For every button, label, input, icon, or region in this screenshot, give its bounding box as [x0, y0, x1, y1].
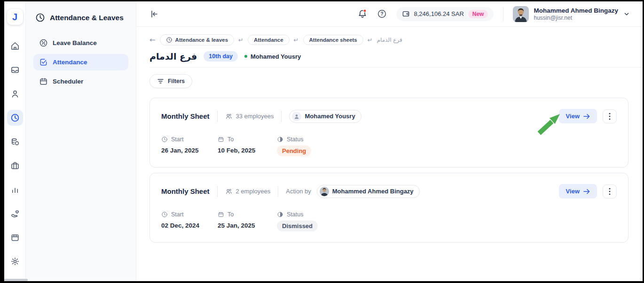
breadcrumb-separator: ↵ — [238, 37, 243, 44]
divider — [278, 186, 278, 197]
horizontal-scrollbar-thumb[interactable] — [4, 279, 28, 281]
jisr-logo-letter: J — [12, 12, 17, 23]
filters-button[interactable]: Filters — [149, 74, 192, 88]
notifications-button[interactable] — [357, 9, 368, 19]
calendar-icon — [218, 211, 224, 218]
wallet-balance-pill[interactable]: 8,246,106.24 SAR New — [396, 7, 494, 21]
start-label-row: Start — [161, 136, 218, 143]
person-icon — [10, 89, 20, 99]
sidebar-item-leave-balance[interactable]: Leave Balance — [33, 35, 128, 51]
page-title: فرع الدمام — [149, 51, 197, 61]
employee-count: 2 employees — [225, 188, 271, 195]
person-chip[interactable]: Mohamed Yousry — [289, 110, 361, 123]
new-badge: New — [468, 10, 488, 18]
sidebar-item-scheduler[interactable]: Scheduler — [33, 73, 128, 90]
rail-item-people[interactable] — [7, 86, 23, 102]
view-button[interactable]: View — [559, 109, 597, 123]
rail-item-inbox[interactable] — [7, 62, 23, 78]
breadcrumb-item-attendance[interactable]: Attendance — [248, 35, 290, 45]
employees-icon — [225, 113, 233, 120]
back-button[interactable]: ← — [149, 36, 156, 44]
status-label-row: Status — [277, 211, 318, 218]
status-badge: Pending — [277, 145, 311, 156]
more-options-button[interactable] — [603, 109, 617, 123]
status-label-row: Status — [277, 136, 311, 143]
sidebar-item-label: Attendance — [53, 59, 87, 66]
sheet-title: Monthly Sheet — [161, 112, 210, 120]
storefront-icon — [10, 233, 20, 242]
status-half-circle-icon — [277, 211, 283, 218]
clock-icon — [161, 136, 168, 143]
more-options-button[interactable] — [603, 184, 617, 199]
icon-rail: J — [4, 1, 26, 281]
status-column: Status Dismissed — [277, 211, 318, 231]
view-label: View — [566, 113, 580, 120]
view-button[interactable]: View — [559, 184, 597, 199]
person-chip[interactable]: Mohammed Ahmed Bingazy — [317, 185, 420, 198]
employee-count-label: 33 employees — [236, 113, 274, 120]
sidebar-item-attendance[interactable]: Attendance — [33, 54, 128, 70]
status-label: Status — [287, 136, 303, 143]
avatar — [320, 187, 329, 196]
rail-item-settings[interactable] — [7, 253, 23, 269]
bar-chart-icon — [10, 185, 20, 194]
hand-heart-icon — [10, 209, 20, 218]
rail-item-payroll[interactable] — [7, 134, 23, 150]
rail-item-marketplace[interactable] — [7, 229, 23, 245]
module-sidebar: Attendance & Leaves Leave Balance Attend… — [26, 1, 136, 281]
rail-item-reports[interactable] — [7, 182, 23, 198]
breadcrumb-label: Attendance — [254, 37, 283, 43]
collapse-sidebar-button[interactable] — [149, 10, 159, 18]
filter-icon — [157, 78, 164, 84]
rail-item-benefits[interactable] — [7, 206, 23, 222]
topbar: ? 8,246,106.24 SAR New Mohammed Ahmed Bi… — [136, 1, 643, 27]
breadcrumb-separator: ↵ — [294, 37, 299, 44]
topbar-right-group: ? 8,246,106.24 SAR New Mohammed Ahmed Bi… — [357, 6, 630, 22]
breadcrumb-item-attendance-sheets[interactable]: Attendance sheets — [303, 35, 363, 45]
home-icon — [10, 41, 20, 51]
status-half-circle-icon — [277, 136, 283, 143]
rail-item-home[interactable] — [7, 38, 23, 54]
person-chip-name: Mohamed Yousry — [305, 113, 355, 120]
checkbox-check-icon — [39, 58, 48, 67]
page-header: ← Attendance & leaves ↵ Attendance ↵ Att… — [149, 27, 643, 68]
user-photo — [513, 6, 529, 22]
sidebar-item-label: Scheduler — [53, 78, 83, 85]
screenshot-frame: J — [0, 0, 644, 283]
rail-item-jobs[interactable] — [7, 158, 23, 174]
inbox-icon — [10, 65, 20, 75]
breadcrumb-item-attendance-leaves[interactable]: Attendance & leaves — [160, 34, 235, 46]
card-header: Monthly Sheet 2 employees Action by Moha… — [161, 184, 617, 199]
clock-icon — [35, 13, 45, 23]
topbar-divider — [503, 7, 503, 21]
divider — [217, 111, 218, 122]
sidebar-title: Attendance & Leaves — [50, 14, 124, 22]
user-photo — [320, 187, 329, 196]
divider — [217, 186, 218, 197]
card-actions: View — [559, 109, 617, 123]
main-area: ? 8,246,106.24 SAR New Mohammed Ahmed Bi… — [136, 1, 643, 281]
to-date: 10 Feb, 2025 — [218, 147, 277, 154]
balance-amount: 8,246,106.24 SAR — [414, 10, 464, 17]
start-column: Start 02 Dec, 2024 — [161, 211, 218, 231]
card-details: Start 02 Dec, 2024 To 25 Jan, 2025 — [161, 211, 617, 231]
start-column: Start 26 Jan, 2025 — [161, 136, 218, 156]
view-label: View — [566, 188, 580, 195]
sidebar-header: Attendance & Leaves — [33, 13, 128, 23]
kebab-icon — [609, 188, 611, 195]
help-button[interactable]: ? — [377, 9, 387, 19]
user-text: Mohammed Ahmed Bingazy hussin@jisr.net — [534, 7, 618, 22]
green-dot — [244, 55, 247, 58]
owner-name: Mohamed Yousry — [251, 53, 301, 60]
jisr-logo[interactable]: J — [7, 9, 23, 25]
to-label: To — [228, 136, 234, 143]
rail-item-attendance-time[interactable] — [7, 110, 23, 126]
clock-icon — [10, 113, 20, 122]
arrow-right-icon — [583, 189, 590, 194]
content-area: Filters Monthly Sheet 33 employees — [136, 68, 643, 243]
start-label: Start — [171, 211, 183, 218]
coins-icon — [10, 137, 20, 146]
to-label-row: To — [218, 211, 277, 218]
chevron-down-icon[interactable] — [623, 10, 630, 18]
user-menu[interactable]: Mohammed Ahmed Bingazy hussin@jisr.net — [513, 6, 630, 22]
